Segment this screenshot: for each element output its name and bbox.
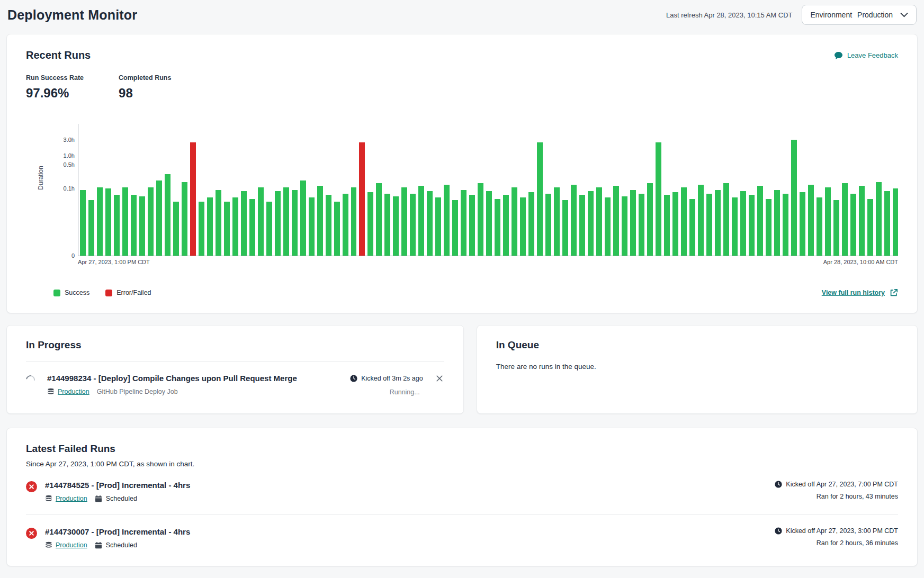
chart-bar-error[interactable] (190, 142, 196, 256)
chart-bar-success[interactable] (850, 194, 856, 256)
chart-bar-success[interactable] (97, 187, 103, 256)
chart-bar-success[interactable] (401, 187, 407, 256)
chart-bar-success[interactable] (122, 187, 128, 256)
chart-bar-success[interactable] (859, 186, 865, 256)
chart-bar-success[interactable] (774, 190, 780, 256)
chart-bar-success[interactable] (376, 183, 382, 256)
cancel-run-button[interactable] (435, 374, 444, 383)
chart-bar-success[interactable] (139, 196, 145, 256)
chart-bar-success[interactable] (562, 200, 568, 256)
chart-bar-success[interactable] (791, 140, 797, 256)
chart-bar-success[interactable] (317, 186, 323, 256)
chart-bar-success[interactable] (825, 187, 831, 256)
chart-bar-success[interactable] (749, 195, 755, 256)
chart-bar-success[interactable] (545, 194, 551, 256)
chart-bar-success[interactable] (131, 195, 137, 256)
chart-bar-success[interactable] (647, 183, 653, 256)
chart-bar-success[interactable] (622, 196, 627, 256)
chart-bar-success[interactable] (80, 190, 86, 256)
chart-bar-success[interactable] (783, 194, 788, 256)
chart-bar-success[interactable] (766, 199, 772, 256)
chart-bar-success[interactable] (367, 192, 373, 256)
chart-bar-success[interactable] (732, 197, 738, 256)
chart-bar-success[interactable] (664, 195, 670, 256)
chart-bar-success[interactable] (596, 187, 602, 256)
chart-bar-error[interactable] (359, 142, 365, 256)
chart-bar-success[interactable] (461, 190, 467, 256)
chart-bar-success[interactable] (876, 182, 882, 256)
chart-bar-success[interactable] (249, 199, 255, 256)
chart-bar-success[interactable] (165, 174, 171, 256)
chart-bar-success[interactable] (842, 183, 848, 256)
chart-bar-success[interactable] (452, 200, 458, 256)
chart-bar-success[interactable] (579, 195, 585, 256)
environment-link[interactable]: Production (47, 388, 89, 395)
chart-bar-success[interactable] (672, 192, 678, 256)
chart-bar-success[interactable] (224, 202, 230, 256)
chart-bar-success[interactable] (300, 180, 306, 256)
chart-bar-success[interactable] (800, 192, 805, 256)
chart-bar-success[interactable] (757, 186, 763, 256)
chart-bar-success[interactable] (275, 191, 281, 256)
chart-bar-success[interactable] (571, 185, 577, 256)
chart-bar-success[interactable] (343, 194, 348, 256)
chart-bar-success[interactable] (393, 196, 399, 256)
view-full-run-history-link[interactable]: View full run history (822, 288, 898, 297)
chart-bar-success[interactable] (554, 187, 560, 256)
environment-link[interactable]: Production (45, 495, 87, 502)
chart-bar-success[interactable] (588, 191, 594, 256)
chart-bar-success[interactable] (689, 199, 695, 256)
chart-bar-success[interactable] (241, 191, 247, 256)
chart-bar-success[interactable] (88, 200, 94, 256)
chart-bar-success[interactable] (283, 187, 289, 256)
chart-bar-success[interactable] (292, 190, 298, 256)
chart-bar-success[interactable] (520, 197, 526, 256)
chart-bar-success[interactable] (427, 191, 433, 256)
chart-bar-success[interactable] (495, 199, 500, 256)
chart-bar-success[interactable] (884, 191, 890, 256)
chart-bar-success[interactable] (740, 191, 746, 256)
chart-bar-success[interactable] (199, 202, 204, 256)
chart-bar-success[interactable] (156, 180, 162, 256)
chart-bar-success[interactable] (613, 186, 619, 256)
chart-bar-success[interactable] (817, 197, 822, 256)
chart-bar-success[interactable] (258, 187, 264, 256)
chart-bar-success[interactable] (867, 199, 873, 256)
chart-bar-success[interactable] (512, 187, 517, 256)
chart-bar-success[interactable] (418, 186, 424, 256)
chart-bar-success[interactable] (384, 194, 390, 256)
chart-bar-success[interactable] (216, 190, 221, 256)
chart-bar-success[interactable] (207, 197, 213, 256)
chart-bar-success[interactable] (698, 185, 704, 256)
chart-bar-success[interactable] (114, 195, 120, 256)
chart-bar-success[interactable] (410, 194, 416, 256)
chart-bar-success[interactable] (605, 197, 611, 256)
chart-bar-success[interactable] (639, 194, 644, 256)
chart-bar-success[interactable] (266, 202, 272, 256)
chart-bar-success[interactable] (706, 194, 712, 256)
chart-bar-success[interactable] (833, 200, 839, 256)
chart-bar-success[interactable] (435, 197, 441, 256)
chart-bar-success[interactable] (232, 197, 238, 256)
chart-bar-success[interactable] (334, 202, 340, 256)
chart-bar-success[interactable] (503, 195, 509, 256)
leave-feedback-link[interactable]: Leave Feedback (834, 51, 898, 60)
chart-bar-success[interactable] (105, 188, 111, 256)
chart-bar-success[interactable] (444, 185, 450, 256)
chart-bar-success[interactable] (173, 202, 179, 256)
chart-bar-success[interactable] (681, 187, 687, 256)
chart-bar-success[interactable] (528, 192, 534, 256)
chart-bar-success[interactable] (469, 195, 475, 256)
chart-bar-success[interactable] (715, 190, 721, 256)
environment-selector[interactable]: Environment Production (802, 5, 917, 25)
chart-bar-success[interactable] (148, 187, 154, 256)
chart-bar-success[interactable] (486, 191, 492, 256)
chart-bar-success[interactable] (478, 183, 483, 256)
chart-bar-success[interactable] (630, 190, 636, 256)
chart-bar-success[interactable] (656, 142, 661, 256)
chart-bar-success[interactable] (537, 142, 543, 256)
chart-bar-success[interactable] (326, 195, 331, 256)
environment-link[interactable]: Production (45, 541, 87, 549)
chart-bar-success[interactable] (893, 188, 899, 256)
chart-bar-success[interactable] (808, 185, 814, 256)
